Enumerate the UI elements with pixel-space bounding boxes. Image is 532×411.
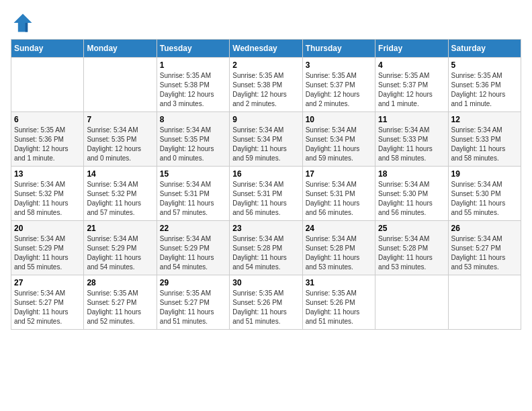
calendar-cell: 3Sunrise: 5:35 AMSunset: 5:37 PMDaylight… [302,58,375,112]
day-info: Sunrise: 5:34 AMSunset: 5:30 PMDaylight:… [451,180,518,218]
calendar-cell: 1Sunrise: 5:35 AMSunset: 5:38 PMDaylight… [157,58,229,112]
day-info: Sunrise: 5:34 AMSunset: 5:35 PMDaylight:… [87,126,153,163]
day-info: Sunrise: 5:34 AMSunset: 5:33 PMDaylight:… [451,126,518,163]
day-number: 31 [306,278,372,287]
weekday-header-wednesday: Wednesday [230,40,302,58]
day-info: Sunrise: 5:35 AMSunset: 5:37 PMDaylight:… [378,71,445,109]
day-number: 9 [232,115,299,124]
day-info: Sunrise: 5:35 AMSunset: 5:26 PMDaylight:… [306,289,372,326]
calendar-cell [84,58,157,112]
calendar-cell: 10Sunrise: 5:34 AMSunset: 5:34 PMDayligh… [302,112,375,167]
calendar-cell: 23Sunrise: 5:34 AMSunset: 5:28 PMDayligh… [230,221,302,275]
calendar-cell: 26Sunrise: 5:34 AMSunset: 5:27 PMDayligh… [448,221,521,275]
day-info: Sunrise: 5:34 AMSunset: 5:28 PMDaylight:… [306,234,372,272]
logo [11,11,38,35]
calendar-cell [11,58,84,112]
calendar-cell: 28Sunrise: 5:35 AMSunset: 5:27 PMDayligh… [84,275,157,330]
day-number: 2 [232,60,299,70]
day-info: Sunrise: 5:35 AMSunset: 5:38 PMDaylight:… [160,71,226,109]
day-number: 28 [87,278,153,287]
calendar-cell: 7Sunrise: 5:34 AMSunset: 5:35 PMDaylight… [84,112,157,167]
day-number: 17 [306,169,372,179]
calendar-cell: 9Sunrise: 5:34 AMSunset: 5:34 PMDaylight… [230,112,302,167]
calendar-cell: 4Sunrise: 5:35 AMSunset: 5:37 PMDaylight… [375,58,448,112]
calendar-cell: 16Sunrise: 5:34 AMSunset: 5:31 PMDayligh… [230,167,302,221]
day-number: 14 [87,169,153,179]
day-number: 3 [306,60,372,70]
day-info: Sunrise: 5:35 AMSunset: 5:36 PMDaylight:… [14,126,81,163]
calendar-cell: 30Sunrise: 5:35 AMSunset: 5:26 PMDayligh… [230,275,302,330]
day-number: 4 [378,60,445,70]
day-info: Sunrise: 5:34 AMSunset: 5:31 PMDaylight:… [306,180,372,218]
day-info: Sunrise: 5:34 AMSunset: 5:32 PMDaylight:… [87,180,153,218]
day-info: Sunrise: 5:34 AMSunset: 5:29 PMDaylight:… [160,234,226,272]
day-number: 1 [160,60,226,70]
calendar-cell: 5Sunrise: 5:35 AMSunset: 5:36 PMDaylight… [448,58,521,112]
day-number: 22 [160,224,226,233]
day-info: Sunrise: 5:34 AMSunset: 5:27 PMDaylight:… [451,234,518,272]
day-info: Sunrise: 5:34 AMSunset: 5:31 PMDaylight:… [160,180,226,218]
day-number: 27 [14,278,81,287]
day-number: 19 [451,169,518,179]
calendar-cell: 11Sunrise: 5:34 AMSunset: 5:33 PMDayligh… [375,112,448,167]
page-header [11,11,521,35]
day-number: 24 [306,224,372,233]
day-number: 11 [378,115,445,124]
day-number: 29 [160,278,226,287]
weekday-header-tuesday: Tuesday [157,40,229,58]
calendar-cell [375,275,448,330]
weekday-header-sunday: Sunday [11,40,84,58]
calendar-cell: 12Sunrise: 5:34 AMSunset: 5:33 PMDayligh… [448,112,521,167]
day-number: 23 [232,224,299,233]
day-info: Sunrise: 5:35 AMSunset: 5:26 PMDaylight:… [232,289,299,326]
day-info: Sunrise: 5:34 AMSunset: 5:33 PMDaylight:… [378,126,445,163]
day-info: Sunrise: 5:35 AMSunset: 5:27 PMDaylight:… [160,289,226,326]
calendar-cell: 22Sunrise: 5:34 AMSunset: 5:29 PMDayligh… [157,221,229,275]
day-number: 21 [87,224,153,233]
day-number: 26 [451,224,518,233]
calendar-cell: 31Sunrise: 5:35 AMSunset: 5:26 PMDayligh… [302,275,375,330]
day-info: Sunrise: 5:35 AMSunset: 5:36 PMDaylight:… [451,71,518,109]
day-number: 8 [160,115,226,124]
day-number: 10 [306,115,372,124]
weekday-header-friday: Friday [375,40,448,58]
day-info: Sunrise: 5:34 AMSunset: 5:29 PMDaylight:… [87,234,153,272]
day-info: Sunrise: 5:34 AMSunset: 5:34 PMDaylight:… [232,126,299,163]
day-number: 15 [160,169,226,179]
calendar-cell [448,275,521,330]
day-number: 13 [14,169,81,179]
calendar-cell: 24Sunrise: 5:34 AMSunset: 5:28 PMDayligh… [302,221,375,275]
calendar-cell: 8Sunrise: 5:34 AMSunset: 5:35 PMDaylight… [157,112,229,167]
calendar-cell: 25Sunrise: 5:34 AMSunset: 5:28 PMDayligh… [375,221,448,275]
calendar-cell: 19Sunrise: 5:34 AMSunset: 5:30 PMDayligh… [448,167,521,221]
weekday-header-monday: Monday [84,40,157,58]
weekday-header-saturday: Saturday [448,40,521,58]
day-number: 16 [232,169,299,179]
calendar: SundayMondayTuesdayWednesdayThursdayFrid… [11,39,521,330]
calendar-cell: 21Sunrise: 5:34 AMSunset: 5:29 PMDayligh… [84,221,157,275]
calendar-cell: 2Sunrise: 5:35 AMSunset: 5:38 PMDaylight… [230,58,302,112]
day-number: 18 [378,169,445,179]
day-info: Sunrise: 5:34 AMSunset: 5:35 PMDaylight:… [160,126,226,163]
day-info: Sunrise: 5:34 AMSunset: 5:34 PMDaylight:… [306,126,372,163]
day-number: 30 [232,278,299,287]
day-number: 25 [378,224,445,233]
day-info: Sunrise: 5:34 AMSunset: 5:31 PMDaylight:… [232,180,299,218]
day-info: Sunrise: 5:35 AMSunset: 5:27 PMDaylight:… [87,289,153,326]
day-number: 6 [14,115,81,124]
day-info: Sunrise: 5:34 AMSunset: 5:27 PMDaylight:… [14,289,81,326]
day-info: Sunrise: 5:34 AMSunset: 5:29 PMDaylight:… [14,234,81,272]
calendar-cell: 15Sunrise: 5:34 AMSunset: 5:31 PMDayligh… [157,167,229,221]
calendar-cell: 29Sunrise: 5:35 AMSunset: 5:27 PMDayligh… [157,275,229,330]
day-info: Sunrise: 5:34 AMSunset: 5:32 PMDaylight:… [14,180,81,218]
day-number: 5 [451,60,518,70]
day-number: 7 [87,115,153,124]
svg-marker-0 [14,14,32,32]
calendar-cell: 14Sunrise: 5:34 AMSunset: 5:32 PMDayligh… [84,167,157,221]
weekday-header-thursday: Thursday [302,40,375,58]
day-info: Sunrise: 5:34 AMSunset: 5:30 PMDaylight:… [378,180,445,218]
day-info: Sunrise: 5:35 AMSunset: 5:37 PMDaylight:… [306,71,372,109]
logo-icon [11,11,35,35]
calendar-cell: 27Sunrise: 5:34 AMSunset: 5:27 PMDayligh… [11,275,84,330]
day-info: Sunrise: 5:34 AMSunset: 5:28 PMDaylight:… [232,234,299,272]
